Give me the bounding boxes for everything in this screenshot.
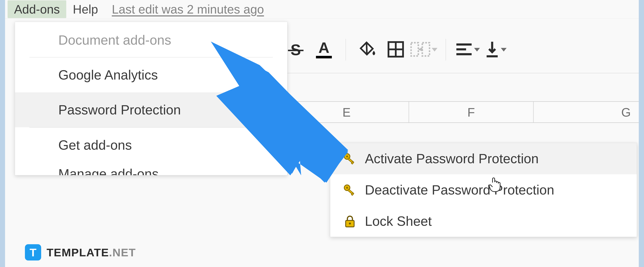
merge-cells-icon	[410, 41, 430, 59]
key-icon	[343, 183, 357, 197]
chevron-down-icon	[474, 48, 480, 52]
svg-point-15	[346, 187, 348, 189]
column-header-f[interactable]: F	[409, 102, 534, 122]
menu-item-get-addons[interactable]: Get add-ons	[15, 128, 287, 162]
fill-color-button[interactable]	[358, 41, 376, 59]
svg-rect-3	[411, 43, 418, 56]
strikethrough-button[interactable]: S	[287, 41, 305, 59]
vertical-align-bottom-icon	[485, 41, 500, 59]
password-protection-submenu: Activate Password Protection Deactivate …	[330, 143, 637, 237]
chevron-down-icon	[501, 48, 506, 52]
column-headers: E F G	[284, 101, 639, 123]
fill-color-icon	[359, 41, 376, 59]
submenu-item-deactivate[interactable]: Deactivate Password Protection	[330, 174, 637, 205]
submenu-arrow-icon	[268, 106, 273, 114]
key-icon	[343, 152, 357, 166]
horizontal-align-button[interactable]	[458, 41, 477, 59]
addons-dropdown: Document add-ons Google Analytics Passwo…	[15, 22, 288, 175]
dropdown-section-header: Document add-ons	[15, 32, 287, 57]
submenu-item-label: Activate Password Protection	[365, 151, 538, 166]
text-color-icon: A	[316, 41, 332, 58]
submenu-item-label: Lock Sheet	[365, 213, 432, 229]
chevron-down-icon	[432, 48, 438, 52]
borders-icon	[387, 41, 404, 59]
align-left-icon	[455, 42, 473, 57]
app-frame: Add-ons Help Last edit was 2 minutes ago…	[5, 0, 639, 267]
column-header-g[interactable]: G	[534, 102, 639, 122]
column-header-e[interactable]: E	[284, 102, 409, 122]
borders-button[interactable]	[387, 41, 405, 59]
toolbar-separator	[346, 39, 346, 61]
menu-item-label: Google Analytics	[58, 67, 158, 83]
text-color-button[interactable]: A	[315, 41, 333, 59]
menu-addons[interactable]: Add-ons	[8, 0, 66, 18]
menu-item-google-analytics[interactable]: Google Analytics	[15, 58, 287, 92]
menu-item-manage-addons[interactable]: Manage add-ons	[15, 162, 287, 175]
menu-item-label: Get add-ons	[58, 137, 132, 153]
vertical-align-button[interactable]	[487, 41, 505, 59]
toolbar-divider	[284, 73, 639, 73]
formatting-toolbar: S A	[287, 32, 505, 68]
submenu-item-lock-sheet[interactable]: Lock Sheet	[330, 205, 637, 237]
last-edit-link[interactable]: Last edit was 2 minutes ago	[112, 2, 264, 16]
submenu-item-activate[interactable]: Activate Password Protection	[330, 143, 637, 174]
strikethrough-icon: S	[290, 41, 301, 59]
menu-bar: Add-ons Help Last edit was 2 minutes ago	[5, 0, 639, 19]
merge-cells-button[interactable]	[415, 41, 433, 59]
svg-point-11	[346, 155, 348, 157]
submenu-item-label: Deactivate Password Protection	[365, 182, 554, 198]
watermark-badge: T	[25, 244, 41, 260]
watermark-text: TEMPLATE.NET	[46, 246, 136, 259]
menu-help[interactable]: Help	[66, 0, 104, 18]
svg-rect-4	[422, 43, 430, 56]
lock-icon	[343, 214, 357, 228]
menu-item-label: Password Protection	[58, 102, 181, 118]
menu-item-password-protection[interactable]: Password Protection	[15, 92, 287, 127]
watermark: T TEMPLATE.NET	[25, 244, 136, 260]
toolbar-separator	[446, 39, 446, 61]
svg-point-19	[349, 222, 351, 224]
